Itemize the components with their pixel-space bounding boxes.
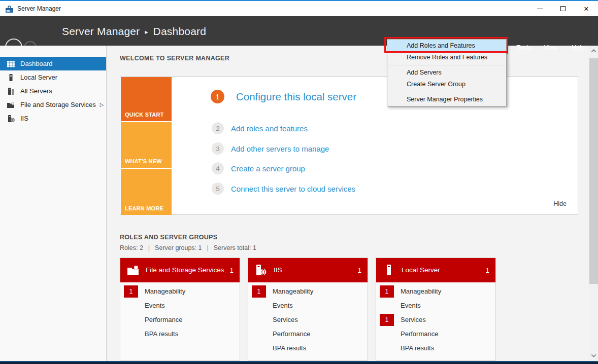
card-row-performance[interactable]: Performance <box>248 327 368 341</box>
alert-count-badge[interactable]: 1 <box>252 285 266 298</box>
card-row-label[interactable]: BPA results <box>401 341 434 355</box>
card-row-services[interactable]: Services <box>248 313 368 327</box>
card-row-label[interactable]: Performance <box>401 327 438 341</box>
expand-arrow-icon[interactable]: ▷ <box>100 102 104 107</box>
close-button[interactable]: ✕ <box>575 1 598 16</box>
server-manager-app-icon <box>5 5 14 13</box>
card-row-manageability[interactable]: 1 Manageability <box>248 284 368 299</box>
card-row-events[interactable]: Events <box>120 299 240 313</box>
menu-item-create-server-group[interactable]: Create Server Group <box>387 79 506 90</box>
card-row-label[interactable]: Manageability <box>401 284 441 299</box>
scrollbar-up-button[interactable] <box>589 47 598 55</box>
welcome-panel: QUICK START WHAT'S NEW LEARN MORE 1 Conf… <box>120 76 578 215</box>
card-row-label[interactable]: Performance <box>145 313 182 327</box>
step-link[interactable]: Add other servers to manage <box>231 144 329 153</box>
sidebar-item-all-servers[interactable]: All Servers <box>0 84 106 98</box>
step-configure-local-server[interactable]: 1 Configure this local server <box>211 90 356 103</box>
minimize-button[interactable] <box>528 1 551 16</box>
menu-item-add-servers[interactable]: Add Servers <box>387 67 506 79</box>
scrollbar-down-button[interactable] <box>589 351 598 360</box>
window-bottom-edge <box>0 361 598 364</box>
card-row-performance[interactable]: Performance <box>120 313 240 327</box>
navbar: ← → ▾ Server Manager▸Dashboard ▾ ⟳ Manag… <box>0 16 598 46</box>
alert-count-badge[interactable]: 1 <box>380 285 394 298</box>
step-number-badge: 5 <box>212 183 224 195</box>
role-card-header[interactable]: Local Server 1 <box>376 258 495 282</box>
tile-quick-start[interactable]: QUICK START <box>121 77 172 121</box>
role-card-title[interactable]: File and Storage Services <box>146 266 229 274</box>
card-row-label[interactable]: BPA results <box>273 341 306 355</box>
card-row-label[interactable]: Events <box>145 299 165 313</box>
folder-icon <box>7 101 15 109</box>
menu-tools[interactable]: Tools <box>514 42 534 54</box>
card-row-events[interactable]: Events <box>376 299 495 313</box>
step-add-roles-and-features[interactable]: 2 Add roles and features <box>212 122 308 134</box>
tile-learn-more[interactable]: LEARN MORE <box>121 169 172 215</box>
breadcrumb: Server Manager▸Dashboard <box>62 16 206 46</box>
sidebar-item-dashboard[interactable]: Dashboard <box>0 57 106 70</box>
card-row-bpa-results[interactable]: BPA results <box>376 341 495 355</box>
role-card-header[interactable]: IIS 1 <box>248 258 368 282</box>
maximize-icon <box>560 6 566 11</box>
sidebar-item-iis[interactable]: IIS <box>0 112 106 125</box>
card-row-label[interactable]: Services <box>273 313 298 327</box>
card-row-label[interactable]: Performance <box>273 327 310 341</box>
card-row-label[interactable]: Manageability <box>145 284 185 299</box>
step-add-other-servers[interactable]: 3 Add other servers to manage <box>212 142 329 155</box>
card-row-label[interactable]: Manageability <box>273 284 313 299</box>
menu-separator <box>388 65 506 65</box>
role-card-header[interactable]: File and Storage Services 1 <box>120 258 240 282</box>
card-row-services[interactable]: 1 Services <box>376 313 495 327</box>
menu-help[interactable]: Help <box>569 42 588 54</box>
card-row-bpa-results[interactable]: BPA results <box>248 341 368 355</box>
card-row-performance[interactable]: Performance <box>376 327 495 341</box>
welcome-tiles: QUICK START WHAT'S NEW LEARN MORE <box>121 77 172 215</box>
card-row-label[interactable]: Events <box>401 299 421 313</box>
card-row-label[interactable]: Services <box>401 313 426 327</box>
role-card-body: 1 Manageability Events 1 Services Perfor… <box>376 282 495 355</box>
role-card-file-and-storage-services: File and Storage Services 1 1 Manageabil… <box>120 258 240 361</box>
sidebar-item-file-and-storage-services[interactable]: File and Storage Services ▷ <box>0 98 106 112</box>
iis-server-globe-icon <box>254 264 268 277</box>
server-tower-icon <box>7 74 15 82</box>
step-link[interactable]: Connect this server to cloud services <box>231 185 355 193</box>
dashboard-grid-icon <box>7 60 15 68</box>
step-link[interactable]: Create a server group <box>231 164 305 173</box>
card-row-label[interactable]: BPA results <box>145 327 178 341</box>
sidebar-item-label: File and Storage Services <box>20 101 96 108</box>
stat-server-groups: Server groups: 1 <box>155 244 202 251</box>
welcome-section-title: WELCOME TO SERVER MANAGER <box>120 55 229 62</box>
card-row-manageability[interactable]: 1 Manageability <box>376 284 495 299</box>
menu-item-remove-roles-and-features[interactable]: Remove Roles and Features <box>387 52 506 63</box>
hide-link[interactable]: Hide <box>553 200 567 207</box>
vertical-scrollbar[interactable] <box>589 46 598 361</box>
card-row-label[interactable]: Events <box>273 299 293 313</box>
step-link[interactable]: Configure this local server <box>236 91 356 103</box>
tile-whats-new[interactable]: WHAT'S NEW <box>121 122 172 168</box>
alert-count-badge[interactable]: 1 <box>380 314 394 326</box>
alert-count-badge[interactable]: 1 <box>124 285 138 298</box>
step-link[interactable]: Add roles and features <box>231 124 308 133</box>
card-row-bpa-results[interactable]: BPA results <box>120 327 240 341</box>
sidebar-item-label: Dashboard <box>20 60 53 67</box>
role-card-title[interactable]: Local Server <box>402 266 485 274</box>
sidebar-item-local-server[interactable]: Local Server <box>0 70 106 84</box>
menu-item-add-roles-and-features[interactable]: Add Roles and Features <box>387 40 506 52</box>
breadcrumb-root[interactable]: Server Manager <box>62 25 140 37</box>
menu-item-server-manager-properties[interactable]: Server Manager Properties <box>387 94 506 105</box>
maximize-button[interactable] <box>551 1 575 16</box>
card-row-manageability[interactable]: 1 Manageability <box>120 284 240 299</box>
role-card-local-server: Local Server 1 1 Manageability Events 1 … <box>376 258 496 361</box>
role-card-title[interactable]: IIS <box>274 266 357 274</box>
step-number-badge: 1 <box>211 90 224 103</box>
breadcrumb-current[interactable]: Dashboard <box>153 25 207 37</box>
stat-servers-total: Servers total: 1 <box>214 244 256 251</box>
server-tower-icon <box>382 264 395 277</box>
scrollbar-thumb[interactable] <box>589 58 598 284</box>
breadcrumb-separator-icon: ▸ <box>145 28 148 35</box>
menu-view[interactable]: View <box>541 42 560 54</box>
minimize-icon <box>537 9 543 9</box>
card-row-events[interactable]: Events <box>248 299 368 313</box>
step-connect-cloud-services[interactable]: 5 Connect this server to cloud services <box>212 183 355 195</box>
step-create-server-group[interactable]: 4 Create a server group <box>212 162 305 174</box>
